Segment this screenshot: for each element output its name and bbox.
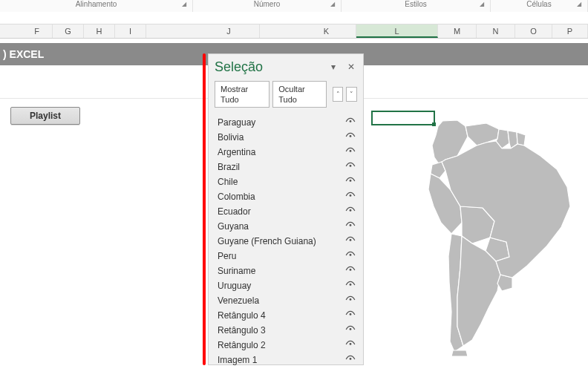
ribbon-group-label: Alinhamento [76, 0, 117, 8]
column-header[interactable]: F [22, 24, 53, 38]
spacer [0, 12, 588, 24]
visibility-eye-icon[interactable] [344, 339, 357, 352]
visibility-eye-icon[interactable] [344, 176, 357, 189]
visibility-eye-icon[interactable] [344, 131, 357, 144]
selection-item-name: Argentina [215, 147, 344, 157]
svg-point-7 [350, 224, 352, 226]
selection-item-name: Peru [215, 251, 344, 261]
svg-point-3 [350, 165, 352, 167]
visibility-eye-icon[interactable] [344, 354, 357, 367]
column-header[interactable]: J [198, 24, 260, 38]
ribbon-group-label: Número [254, 0, 281, 8]
ribbon-group: Alinhamento◢ [0, 0, 193, 12]
svg-point-14 [350, 328, 352, 330]
svg-point-1 [350, 135, 352, 137]
selection-item[interactable]: Venezuela [215, 293, 357, 308]
svg-point-2 [350, 150, 352, 152]
selection-item-name: Retângulo 3 [215, 325, 344, 336]
column-header[interactable]: M [438, 24, 477, 38]
south-america-map[interactable] [408, 119, 587, 356]
visibility-eye-icon[interactable] [344, 265, 357, 278]
selection-item[interactable]: Ecuador [215, 204, 357, 219]
svg-point-16 [350, 358, 352, 360]
column-header[interactable]: H [84, 24, 115, 38]
visibility-eye-icon[interactable] [344, 161, 357, 174]
visibility-eye-icon[interactable] [344, 310, 357, 322]
svg-point-8 [350, 239, 352, 241]
move-up-button[interactable]: ˄ [333, 87, 344, 102]
svg-point-10 [350, 269, 352, 271]
svg-point-4 [350, 180, 352, 182]
svg-point-0 [350, 120, 352, 122]
column-header[interactable]: P [552, 24, 588, 38]
ribbon-group: Estilos◢ [342, 0, 491, 12]
column-header[interactable]: O [515, 24, 552, 38]
column-header[interactable]: I [115, 24, 146, 38]
dialog-launcher-icon[interactable]: ◢ [330, 1, 338, 8]
svg-point-5 [350, 194, 352, 197]
ribbon-group-labels: Alinhamento◢Número◢Estilos◢Células◢ [0, 0, 588, 13]
selection-item[interactable]: Bolivia [215, 130, 357, 145]
svg-point-6 [350, 209, 352, 212]
selection-item-name: Paraguay [215, 117, 344, 128]
close-icon[interactable]: ✕ [345, 61, 357, 73]
selection-item[interactable]: Guyana [215, 219, 357, 234]
map-tdf[interactable] [451, 350, 468, 356]
selection-pane: Seleção ▾ ✕ Mostrar Tudo Ocultar Tudo ˄ … [208, 53, 364, 365]
selection-item[interactable]: Retângulo 2 [215, 338, 357, 353]
selection-pane-header: Seleção ▾ ✕ [215, 59, 357, 75]
selection-item[interactable]: Peru [215, 249, 357, 264]
selection-item-name: Brazil [215, 162, 344, 172]
selection-item-name: Retângulo 2 [215, 340, 344, 350]
selection-item-name: Guyana [215, 221, 344, 232]
selection-item[interactable]: Argentina [215, 145, 357, 160]
selection-item-name: Bolivia [215, 132, 344, 143]
selection-item[interactable]: Retângulo 4 [215, 308, 357, 323]
svg-point-12 [350, 298, 352, 301]
selection-item-name: Uruguay [215, 281, 344, 291]
selection-item[interactable]: Retângulo 3 [215, 323, 357, 338]
column-header[interactable]: N [477, 24, 515, 38]
selection-item[interactable]: Paraguay [215, 115, 357, 130]
column-header[interactable]: K [297, 24, 356, 38]
dialog-launcher-icon[interactable]: ◢ [182, 1, 189, 8]
svg-point-9 [350, 254, 352, 256]
visibility-eye-icon[interactable] [344, 146, 357, 159]
visibility-eye-icon[interactable] [344, 295, 357, 307]
show-all-button[interactable]: Mostrar Tudo [215, 81, 270, 108]
selection-item[interactable]: Chile [215, 174, 357, 189]
dialog-launcher-icon[interactable]: ◢ [480, 1, 487, 8]
visibility-eye-icon[interactable] [344, 220, 357, 233]
selection-item[interactable]: Colombia [215, 189, 357, 204]
selection-item-name: Colombia [215, 192, 344, 202]
dialog-launcher-icon[interactable]: ◢ [577, 1, 584, 8]
visibility-eye-icon[interactable] [344, 117, 357, 129]
map-guyane[interactable] [517, 132, 526, 145]
svg-point-13 [350, 313, 352, 315]
selection-item[interactable]: Uruguay [215, 278, 357, 293]
svg-point-15 [350, 343, 352, 345]
svg-point-11 [350, 284, 352, 286]
selection-item[interactable]: Guyane (French Guiana) [215, 234, 357, 249]
selection-item[interactable]: Suriname [215, 264, 357, 278]
move-down-button[interactable]: ˅ [346, 87, 357, 102]
ribbon-group-label: Estilos [405, 0, 426, 8]
visibility-eye-icon[interactable] [344, 280, 357, 292]
column-header[interactable]: G [53, 24, 84, 38]
selection-item[interactable]: Brazil [215, 160, 357, 174]
hide-all-button[interactable]: Ocultar Tudo [272, 81, 327, 108]
column-headers[interactable]: FGHIJKLMNOP [0, 24, 588, 39]
playlist-button[interactable]: Playlist [10, 107, 80, 125]
pane-options-icon[interactable]: ▾ [327, 61, 339, 73]
visibility-eye-icon[interactable] [344, 206, 357, 218]
selection-pane-list: ParaguayBoliviaArgentinaBrazilChileColom… [215, 115, 357, 367]
visibility-eye-icon[interactable] [344, 250, 357, 263]
visibility-eye-icon[interactable] [344, 191, 357, 203]
column-header[interactable]: L [356, 24, 438, 38]
selection-item-name: Guyane (French Guiana) [215, 236, 344, 246]
visibility-eye-icon[interactable] [344, 235, 357, 248]
selection-pane-buttons: Mostrar Tudo Ocultar Tudo ˄ ˅ [215, 81, 357, 108]
visibility-eye-icon[interactable] [344, 324, 357, 337]
selection-item[interactable]: Imagem 1 [215, 353, 357, 367]
red-annotation-line [203, 53, 206, 365]
